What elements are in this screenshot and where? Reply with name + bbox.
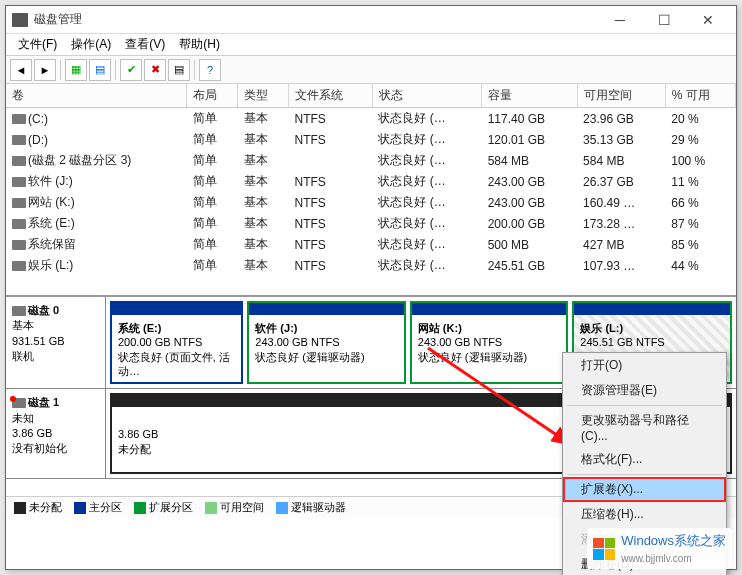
table-cell: 状态良好 (… bbox=[372, 108, 481, 130]
table-row[interactable]: 系统保留简单基本NTFS状态良好 (…500 MB427 MB85 % bbox=[6, 234, 736, 255]
windows-logo-icon bbox=[593, 538, 615, 560]
context-menu-item[interactable]: 更改驱动器号和路径(C)... bbox=[563, 408, 726, 447]
table-cell: 基本 bbox=[238, 192, 289, 213]
table-cell: 85 % bbox=[665, 234, 735, 255]
table-row[interactable]: 软件 (J:)简单基本NTFS状态良好 (…243.00 GB26.37 GB1… bbox=[6, 171, 736, 192]
table-cell: 20 % bbox=[665, 108, 735, 130]
column-header[interactable]: 容量 bbox=[482, 84, 577, 108]
table-cell: 23.96 GB bbox=[577, 108, 665, 130]
table-cell: NTFS bbox=[289, 171, 373, 192]
menu-item[interactable]: 操作(A) bbox=[67, 34, 115, 55]
table-cell: 简单 bbox=[187, 150, 238, 171]
table-cell: 简单 bbox=[187, 171, 238, 192]
close-button[interactable]: ✕ bbox=[686, 6, 730, 34]
context-menu-item[interactable]: 压缩卷(H)... bbox=[563, 502, 726, 527]
table-cell: 简单 bbox=[187, 255, 238, 276]
table-row[interactable]: 系统 (E:)简单基本NTFS状态良好 (…200.00 GB173.28 …8… bbox=[6, 213, 736, 234]
partition[interactable]: 软件 (J:)243.00 GB NTFS状态良好 (逻辑驱动器) bbox=[247, 301, 406, 384]
table-row[interactable]: (D:)简单基本NTFS状态良好 (…120.01 GB35.13 GB29 % bbox=[6, 129, 736, 150]
table-cell: 状态良好 (… bbox=[372, 129, 481, 150]
column-header[interactable]: 状态 bbox=[372, 84, 481, 108]
refresh-button[interactable]: ▦ bbox=[65, 59, 87, 81]
table-cell: 200.00 GB bbox=[482, 213, 577, 234]
menu-item[interactable]: 文件(F) bbox=[14, 34, 61, 55]
table-cell: 基本 bbox=[238, 129, 289, 150]
context-menu-item[interactable]: 格式化(F)... bbox=[563, 447, 726, 472]
disk-info[interactable]: 磁盘 0基本931.51 GB联机 bbox=[6, 297, 106, 388]
context-menu-item[interactable]: 扩展卷(X)... bbox=[563, 477, 726, 502]
check-button[interactable]: ✔ bbox=[120, 59, 142, 81]
window-title: 磁盘管理 bbox=[34, 11, 598, 28]
back-button[interactable]: ◄ bbox=[10, 59, 32, 81]
table-cell: 160.49 … bbox=[577, 192, 665, 213]
column-header[interactable]: 文件系统 bbox=[289, 84, 373, 108]
table-cell: 87 % bbox=[665, 213, 735, 234]
minimize-button[interactable]: ─ bbox=[598, 6, 642, 34]
table-cell: 状态良好 (… bbox=[372, 192, 481, 213]
context-menu-item[interactable]: 打开(O) bbox=[563, 353, 726, 378]
table-cell: NTFS bbox=[289, 255, 373, 276]
table-cell: 基本 bbox=[238, 171, 289, 192]
table-cell: 状态良好 (… bbox=[372, 213, 481, 234]
column-header[interactable]: 可用空间 bbox=[577, 84, 665, 108]
legend-item: 逻辑驱动器 bbox=[276, 500, 346, 515]
column-header[interactable]: % 可用 bbox=[665, 84, 735, 108]
table-cell: 简单 bbox=[187, 213, 238, 234]
table-cell: 系统保留 bbox=[6, 234, 187, 255]
table-row[interactable]: (磁盘 2 磁盘分区 3)简单基本状态良好 (…584 MB584 MB100 … bbox=[6, 150, 736, 171]
table-cell: 245.51 GB bbox=[482, 255, 577, 276]
table-cell: 35.13 GB bbox=[577, 129, 665, 150]
partition[interactable]: 系统 (E:)200.00 GB NTFS状态良好 (页面文件, 活动… bbox=[110, 301, 243, 384]
table-cell: (磁盘 2 磁盘分区 3) bbox=[6, 150, 187, 171]
help-button[interactable]: ? bbox=[199, 59, 221, 81]
list-view-button[interactable]: ▤ bbox=[168, 59, 190, 81]
table-cell: (C:) bbox=[6, 108, 187, 130]
table-cell: 状态良好 (… bbox=[372, 150, 481, 171]
menu-item[interactable]: 帮助(H) bbox=[175, 34, 224, 55]
table-cell: 简单 bbox=[187, 192, 238, 213]
forward-button[interactable]: ► bbox=[34, 59, 56, 81]
table-cell: 66 % bbox=[665, 192, 735, 213]
table-cell: 基本 bbox=[238, 108, 289, 130]
table-cell: 500 MB bbox=[482, 234, 577, 255]
table-cell: 状态良好 (… bbox=[372, 234, 481, 255]
legend-item: 扩展分区 bbox=[134, 500, 193, 515]
table-cell: 简单 bbox=[187, 129, 238, 150]
table-cell: 网站 (K:) bbox=[6, 192, 187, 213]
table-cell: 584 MB bbox=[577, 150, 665, 171]
table-cell: 简单 bbox=[187, 234, 238, 255]
menu-item[interactable]: 查看(V) bbox=[121, 34, 169, 55]
volume-list[interactable]: 卷布局类型文件系统状态容量可用空间% 可用 (C:)简单基本NTFS状态良好 (… bbox=[6, 84, 736, 296]
table-cell: 11 % bbox=[665, 171, 735, 192]
table-cell: NTFS bbox=[289, 234, 373, 255]
table-row[interactable]: 娱乐 (L:)简单基本NTFS状态良好 (…245.51 GB107.93 …4… bbox=[6, 255, 736, 276]
maximize-button[interactable]: ☐ bbox=[642, 6, 686, 34]
partition[interactable]: 网站 (K:)243.00 GB NTFS状态良好 (逻辑驱动器) bbox=[410, 301, 569, 384]
disk-info[interactable]: 磁盘 1未知3.86 GB没有初始化 bbox=[6, 389, 106, 478]
table-cell: 29 % bbox=[665, 129, 735, 150]
table-cell: 娱乐 (L:) bbox=[6, 255, 187, 276]
table-cell: 100 % bbox=[665, 150, 735, 171]
column-header[interactable]: 卷 bbox=[6, 84, 187, 108]
table-cell: 软件 (J:) bbox=[6, 171, 187, 192]
delete-button[interactable]: ✖ bbox=[144, 59, 166, 81]
table-cell: 基本 bbox=[238, 255, 289, 276]
table-cell: 120.01 GB bbox=[482, 129, 577, 150]
legend-item: 未分配 bbox=[14, 500, 62, 515]
column-header[interactable]: 布局 bbox=[187, 84, 238, 108]
column-header[interactable]: 类型 bbox=[238, 84, 289, 108]
table-header-row: 卷布局类型文件系统状态容量可用空间% 可用 bbox=[6, 84, 736, 108]
legend-item: 可用空间 bbox=[205, 500, 264, 515]
table-row[interactable]: (C:)简单基本NTFS状态良好 (…117.40 GB23.96 GB20 % bbox=[6, 108, 736, 130]
table-cell: 427 MB bbox=[577, 234, 665, 255]
table-cell: 584 MB bbox=[482, 150, 577, 171]
table-row[interactable]: 网站 (K:)简单基本NTFS状态良好 (…243.00 GB160.49 …6… bbox=[6, 192, 736, 213]
properties-button[interactable]: ▤ bbox=[89, 59, 111, 81]
toolbar: ◄ ► ▦ ▤ ✔ ✖ ▤ ? bbox=[6, 56, 736, 84]
table-cell: 简单 bbox=[187, 108, 238, 130]
table-cell: 状态良好 (… bbox=[372, 171, 481, 192]
table-cell: NTFS bbox=[289, 108, 373, 130]
context-menu-item[interactable]: 资源管理器(E) bbox=[563, 378, 726, 403]
menubar: 文件(F)操作(A)查看(V)帮助(H) bbox=[6, 34, 736, 56]
table-cell: (D:) bbox=[6, 129, 187, 150]
